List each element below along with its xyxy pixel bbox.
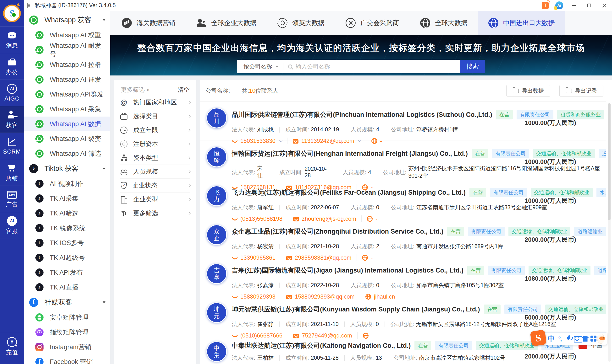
sidebar-item[interactable]: Whatsapp AI 权重 bbox=[24, 28, 110, 42]
clear-filters-button[interactable]: 清空 bbox=[178, 86, 190, 94]
company-name[interactable]: 众企惠工业品(江苏)有限公司(Zhongqihui Distribution S… bbox=[232, 227, 443, 236]
filter-row[interactable]: 更多筛选 bbox=[120, 206, 190, 220]
tab[interactable]: 广交会采购商 bbox=[335, 11, 410, 35]
sidebar-item[interactable]: AI 视频制作 bbox=[24, 176, 110, 191]
rail-item[interactable]: AIGC bbox=[0, 80, 24, 106]
sidebar-item-icon bbox=[29, 15, 38, 25]
rail-item[interactable]: 广告 bbox=[0, 186, 24, 212]
filter-row[interactable]: 热门国家和地区 bbox=[120, 96, 190, 109]
tab[interactable]: 中国进出口大数据 bbox=[478, 11, 565, 35]
rail-item[interactable]: SCRM bbox=[0, 133, 24, 159]
sidebar-item[interactable]: Whatsapp AI 筛选 bbox=[24, 146, 110, 161]
rail-item[interactable]: 客服 bbox=[0, 212, 24, 239]
ai-assistant-icon[interactable]: Ai bbox=[552, 0, 566, 11]
company-name[interactable]: 中集世联达航运(江苏)有限公司(Kaitong Navigation Co., … bbox=[232, 341, 411, 350]
rail-item[interactable]: 办公 bbox=[0, 53, 24, 80]
search-input[interactable] bbox=[295, 63, 460, 70]
company-card[interactable]: 品川 品川国际供应链管理(江苏)有限公司(Pinchuan Internatio… bbox=[200, 101, 606, 140]
company-name[interactable]: 飞力达奥远(江苏)航运有限公司(Feiliks Far-Ocean (Jiang… bbox=[232, 188, 466, 197]
chinese-mode-icon[interactable]: 中 bbox=[548, 334, 555, 343]
sidebar-item[interactable]: TK AI筛选 bbox=[24, 206, 110, 221]
tab[interactable]: 全球企业大数据 bbox=[186, 11, 267, 35]
minimize-button[interactable] bbox=[566, 0, 581, 11]
sidebar-item[interactable]: TK AI直播 bbox=[24, 280, 110, 295]
sidebar-item[interactable]: Whatsapp API群发 bbox=[24, 87, 110, 102]
export-log-button[interactable]: 导出记录 bbox=[559, 85, 603, 96]
translate-icon[interactable]: T bbox=[538, 0, 552, 11]
sidebar-item[interactable]: Whatsapp AI 采集 bbox=[24, 102, 110, 117]
sidebar-item[interactable]: TK IOS多号 bbox=[24, 235, 110, 250]
filter-row[interactable]: 注册资本 bbox=[120, 137, 190, 151]
sidebar-item[interactable]: Instagram营销 bbox=[24, 340, 110, 354]
company-card[interactable]: 众企 众企惠工业品(江苏)有限公司(Zhongqihui Distributio… bbox=[200, 218, 606, 257]
tab[interactable]: 领英大数据 bbox=[267, 11, 335, 35]
more-filters-label[interactable]: 更多筛选 » bbox=[121, 86, 150, 94]
rail-item-recharge[interactable]: 充值 bbox=[0, 332, 24, 361]
punctuation-icon[interactable]: °, bbox=[557, 334, 563, 343]
close-button[interactable] bbox=[597, 0, 612, 11]
sidebar-item[interactable]: TK AI超级号 bbox=[24, 250, 110, 265]
company-card[interactable]: 飞力 飞力达奥远(江苏)航运有限公司(Feiliks Far-Ocean (Ji… bbox=[200, 179, 606, 218]
search-button[interactable]: 搜索 bbox=[460, 60, 485, 73]
sidebar-item-icon bbox=[35, 268, 43, 277]
tab-icon bbox=[488, 18, 498, 28]
skin-icon[interactable] bbox=[581, 334, 587, 343]
sidebar-item[interactable]: 社媒获客 bbox=[24, 295, 110, 310]
app-logo[interactable]: S bbox=[0, 0, 24, 27]
sub-industry-badge: 道路运输业 bbox=[598, 149, 606, 158]
tab[interactable]: 全球大数据 bbox=[410, 11, 478, 35]
sidebar-item[interactable]: Whatsapp AI 裂变 bbox=[24, 131, 110, 146]
filter-row[interactable]: 选择类目 bbox=[120, 109, 190, 123]
sidebar-item-icon bbox=[35, 224, 43, 232]
mascot-icon[interactable] bbox=[597, 334, 605, 344]
sidebar-item[interactable]: TK 镜像系统 bbox=[24, 221, 110, 235]
company-name[interactable]: 吉皋(江苏)国际物流有限公司(Jigao (Jiangsu) Internati… bbox=[232, 266, 463, 275]
filter-icon bbox=[120, 154, 127, 161]
sogou-logo-icon[interactable]: S bbox=[530, 330, 547, 346]
keyboard-icon[interactable] bbox=[573, 334, 579, 343]
maximize-button[interactable] bbox=[581, 0, 597, 11]
filter-row[interactable]: 企业状态 bbox=[120, 179, 190, 193]
search-category-select[interactable]: 按公司名称 bbox=[243, 63, 278, 70]
scrollbar-thumb[interactable] bbox=[608, 103, 611, 220]
filter-icon bbox=[121, 182, 127, 189]
filter-row[interactable]: 资本类型 bbox=[120, 151, 190, 165]
industry-badge: 交通运输、仓储和邮政业 bbox=[545, 305, 606, 314]
filter-row[interactable]: 人员规模 bbox=[120, 165, 190, 179]
rail-item[interactable]: 消息 bbox=[0, 27, 24, 53]
sidebar-item-icon bbox=[35, 195, 43, 203]
sidebar-item[interactable]: Whatsapp AI 数据 bbox=[24, 117, 110, 131]
rail-item[interactable]: 店铺 bbox=[0, 159, 24, 186]
sidebar-item[interactable]: TK API发布 bbox=[24, 265, 110, 280]
registered-capital: 2000.00(万人民币) bbox=[525, 235, 576, 244]
company-name[interactable]: 恒翰国际货运(江苏)有限公司(Henghan International Fre… bbox=[232, 149, 468, 158]
tab-label: 中国进出口大数据 bbox=[503, 19, 555, 27]
sidebar-item[interactable]: Facebook 营销 bbox=[24, 354, 110, 364]
sidebar-item[interactable]: Whatsapp AI 耐发号 bbox=[24, 42, 110, 57]
legal-person: 崔张静 bbox=[257, 321, 274, 328]
company-card[interactable]: 坤元 坤元智慧供应链(江苏)有限公司(Kunyuan Wisdom Supply… bbox=[200, 296, 606, 335]
results-panel: 公司名称: 共: 10 位联系人 导出数据 导出记录 bbox=[200, 80, 612, 364]
microphone-icon[interactable] bbox=[565, 334, 571, 343]
toolbox-icon[interactable] bbox=[589, 334, 595, 343]
sidebar-item[interactable]: 安卓矩阵管理 bbox=[24, 310, 110, 325]
divider bbox=[236, 87, 236, 94]
export-data-button[interactable]: 导出数据 bbox=[506, 85, 550, 96]
company-card[interactable]: 恒翰 恒翰国际货运(江苏)有限公司(Henghan International … bbox=[200, 140, 606, 179]
tab-icon bbox=[346, 18, 356, 28]
sidebar-item-icon bbox=[35, 358, 43, 364]
sidebar-item[interactable]: 指纹矩阵管理 bbox=[24, 325, 110, 340]
filter-row[interactable]: 成立年限 bbox=[120, 123, 190, 137]
sidebar-item[interactable]: Whatsapp 获客 bbox=[24, 13, 110, 28]
sidebar-item[interactable]: Tiktok 获客 bbox=[24, 161, 110, 176]
company-name[interactable]: 品川国际供应链管理(江苏)有限公司(Pinchuan International… bbox=[232, 110, 492, 119]
filter-row[interactable]: 企业类型 bbox=[120, 193, 190, 206]
company-card[interactable]: 吉皋 吉皋(江苏)国际物流有限公司(Jigao (Jiangsu) Intern… bbox=[200, 257, 606, 296]
scrollbar[interactable] bbox=[608, 103, 611, 362]
tab[interactable]: 海关数据营销 bbox=[111, 11, 186, 35]
rail-item[interactable]: 获客 bbox=[0, 106, 24, 133]
sidebar-item[interactable]: TK AI采集 bbox=[24, 191, 110, 206]
sidebar-item[interactable]: Whatsapp AI 群发 bbox=[24, 72, 110, 87]
sidebar-item[interactable]: Whatsapp AI 拉群 bbox=[24, 57, 110, 72]
company-name[interactable]: 坤元智慧供应链(江苏)有限公司(Kunyuan Wisdom Supply Ch… bbox=[232, 305, 480, 314]
